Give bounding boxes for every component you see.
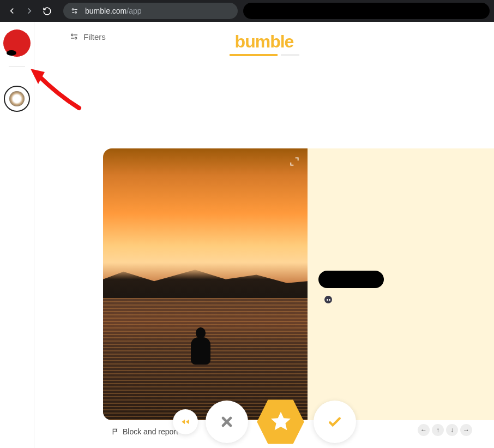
brand-text: bumble [230,32,299,52]
svg-point-0 [72,9,74,10]
site-settings-icon[interactable] [70,6,80,16]
reload-button[interactable] [39,3,55,19]
back-button[interactable] [4,3,20,19]
keyboard-hints: ← ↑ ↓ → [418,424,472,436]
expand-icon [289,156,300,167]
rewind-button[interactable] [173,409,198,434]
url-text: bumble.com/app [85,7,142,15]
address-bar[interactable]: bumble.com/app [63,3,238,19]
tune-icon [69,32,79,41]
profile-photo[interactable] [103,148,308,420]
forward-button[interactable] [22,3,37,19]
hint-key-down: ↓ [446,424,458,436]
like-button[interactable] [314,401,356,443]
svg-point-7 [75,37,76,39]
svg-point-2 [75,11,77,13]
action-bar [173,397,356,447]
block-report-button[interactable]: Block and report [112,427,178,436]
forward-icon [25,6,34,16]
hint-key-up: ↑ [432,424,444,436]
check-icon [327,414,343,430]
mode-tab-inactive[interactable] [281,54,299,56]
profile-name-redacted [318,271,384,288]
match-queue-avatar[interactable] [4,86,30,112]
expand-photo-button[interactable] [289,156,300,169]
superswipe-button[interactable] [256,397,306,447]
back-icon [7,6,17,16]
star-icon [269,410,293,434]
rewind-icon [180,416,191,427]
block-report-label: Block and report [123,427,178,436]
svg-point-4 [71,34,73,35]
redacted-extension-area [243,3,490,19]
sidebar-divider [9,67,25,67]
profile-info-panel [308,148,494,420]
browser-toolbar: bumble.com/app [0,0,494,22]
filters-button[interactable]: Filters [69,32,106,41]
flag-icon [112,428,119,435]
reload-icon [43,7,52,16]
main-content: Filters bumble [34,22,494,448]
profile-card [103,148,494,420]
brand-logo[interactable]: bumble [230,32,299,56]
hint-key-left: ← [418,424,430,436]
x-icon [219,414,234,429]
profile-badge-icon [324,296,332,303]
hint-key-right: → [460,424,472,436]
filters-label: Filters [83,32,106,41]
sidebar [0,22,34,448]
pass-button[interactable] [206,401,248,443]
mode-tab-active[interactable] [230,54,278,56]
top-bar: Filters bumble [34,22,494,60]
avatar-image [9,91,25,106]
own-profile-avatar[interactable] [3,29,31,57]
mode-tabs [230,54,299,56]
